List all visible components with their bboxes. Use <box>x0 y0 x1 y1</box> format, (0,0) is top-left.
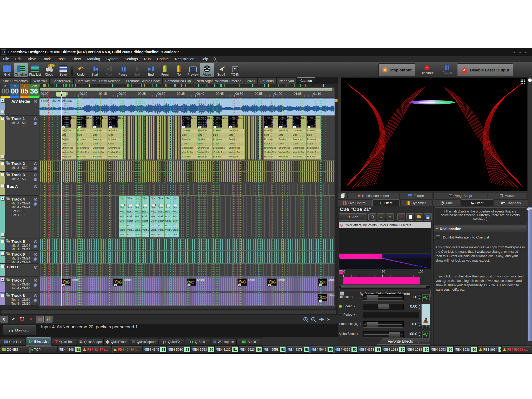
clip-stripe-zone[interactable] <box>40 196 117 237</box>
clip-plus-box[interactable]: + <box>109 126 112 128</box>
device-status-1[interactable]: FB4 42487 (... <box>82 346 111 353</box>
track-mute-icon[interactable]: ⊘ <box>34 172 37 178</box>
device-status-15[interactable]: FB4 155350 <box>430 346 453 353</box>
clip[interactable]: Sha...SizeRot...Posi...ColorB...Visib...… <box>141 196 149 237</box>
tcp-button[interactable]: ϟTCP <box>30 346 57 353</box>
shape-thumbnail[interactable]: + <box>267 278 277 286</box>
shape-clip-band[interactable]: +Shape <box>40 293 334 305</box>
tab-master[interactable]: Master <box>488 192 527 199</box>
slice-tool[interactable] <box>36 316 44 323</box>
slider-spinner[interactable]: ▲▼ <box>418 304 422 310</box>
device-status-7[interactable]: FB4 562350 <box>239 346 262 353</box>
toolbar-button-to[interactable]: To <box>172 63 186 77</box>
menu-item-tools[interactable]: Tools <box>54 56 69 62</box>
clip-plus-box[interactable]: + <box>268 284 271 287</box>
device-status-9[interactable]: FB4 437858 <box>287 346 310 353</box>
track-expander-checkbox[interactable] <box>1 184 5 188</box>
track-expander-checkbox[interactable]: ▶ <box>1 278 5 282</box>
shape-thumbnail[interactable]: + <box>318 278 327 286</box>
slider-track[interactable] <box>363 304 404 310</box>
shape-thumbnail[interactable]: + <box>237 278 247 286</box>
shape-clip-band[interactable]: +Shape+Shape+Shape+Shape+Shape+Shape <box>40 277 334 291</box>
timeline-horizontal-scrollbar[interactable] <box>0 309 338 315</box>
device-status-8[interactable]: FB4 555858 <box>263 346 286 353</box>
gradient-color-bar[interactable] <box>343 277 420 284</box>
tab-notification-center[interactable]: Notification center <box>348 192 399 199</box>
shape-thumbnail[interactable]: + <box>113 278 123 286</box>
clip-plus-box[interactable]: + <box>93 126 96 128</box>
device-status-16[interactable]: FB4 193850 <box>454 346 477 353</box>
spinner-down-icon[interactable]: ▼ <box>418 297 422 301</box>
clip[interactable]: Sha...SizeRot...Posi...ColorB...Visib...… <box>164 196 172 237</box>
toolbar-button-save[interactable]: Save <box>56 63 70 77</box>
track-lane-3[interactable] <box>39 161 335 171</box>
zoom-in-button[interactable]: + <box>303 317 308 321</box>
clip-stripe-zone[interactable] <box>244 116 262 159</box>
track-mute-icon[interactable]: ⊘ <box>34 99 37 104</box>
clip-stripe-zone[interactable] <box>40 172 334 182</box>
color-swatch[interactable] <box>339 270 343 274</box>
new-effect-button[interactable] <box>406 213 414 221</box>
track-mute-icon[interactable]: ⊘ <box>34 278 37 283</box>
search-effect-button[interactable] <box>368 213 376 221</box>
effect-list-empty[interactable] <box>339 228 431 254</box>
clip[interactable]: +Sh...RotationSizePositionColorBrightnes… <box>228 116 243 159</box>
tab-channels[interactable]: Channels <box>494 200 529 206</box>
output-button-disable-laser-output[interactable]: Disable Laser Output <box>457 63 513 76</box>
move-down-button[interactable]: ▼ <box>386 213 394 221</box>
clip-plus-box[interactable]: + <box>77 126 81 128</box>
tab-dynamics[interactable]: Dynamics <box>400 200 433 206</box>
menu-item-view[interactable]: View <box>25 56 39 62</box>
clip-stripe-zone[interactable] <box>124 116 180 159</box>
clip-plus-box[interactable]: + <box>114 284 117 287</box>
device-status-13[interactable]: FB4 193850 <box>382 346 405 353</box>
device-status-2[interactable]: FB4 42489 (... <box>112 346 142 353</box>
shape-thumbnail[interactable]: + <box>318 294 327 301</box>
bottom-tab-workspace[interactable]: Workspace <box>211 338 236 345</box>
device-status-6[interactable]: FB4 113251 <box>215 346 238 353</box>
track-header-a-v-media[interactable]: ▶▶A/V Media⊘ <box>0 98 39 115</box>
spinner-up-icon[interactable]: ▲ <box>418 321 422 324</box>
tab-time[interactable]: Time <box>433 200 460 206</box>
slider-thumb[interactable] <box>377 304 389 309</box>
clip[interactable]: +Sh...RotationSizePositionColorBrightnes… <box>263 116 278 159</box>
timeline-zoom-scrollbar[interactable] <box>39 88 335 91</box>
slider-thumb[interactable] <box>366 295 378 300</box>
clip[interactable]: +Sh...RotationSizePositionColorBrightnes… <box>212 116 228 159</box>
track-mute-icon[interactable]: ⊘ <box>34 252 37 257</box>
device-status-14[interactable]: FB4 193850 <box>406 346 429 353</box>
toolbar-button-play-list[interactable]: Play List <box>28 63 42 77</box>
bottom-tab-q-shift[interactable]: Q-Shift <box>185 338 210 345</box>
keyframe-curve-button[interactable] <box>422 331 430 338</box>
window-controls[interactable]: ● ● ● <box>513 50 528 54</box>
clip-plus-box[interactable]: + <box>293 126 296 128</box>
monitor-button[interactable]: Monitor... <box>3 325 36 335</box>
spinner-up-icon[interactable]: ▲ <box>418 331 422 334</box>
track-lower-checkbox[interactable] <box>1 110 5 114</box>
panel-zoom-scrollbar[interactable]: 100% <box>528 207 532 342</box>
track-header-track-7[interactable]: ▶Track 7⊘Top 1 - CM10Top 4 - CM10! <box>0 277 39 292</box>
metronome-button[interactable] <box>421 304 430 325</box>
track-header-track-2[interactable]: Track 2⊘Mid 3 - S30! <box>0 161 39 171</box>
clip-stripe-zone[interactable] <box>40 161 334 171</box>
select-cursor-tool[interactable] <box>1 316 8 323</box>
bottom-tab-quicktrace[interactable]: QuickTrace <box>104 338 130 345</box>
menu-item-system[interactable]: System <box>103 56 122 62</box>
spinner-down-icon[interactable]: ▼ <box>418 334 422 337</box>
color-gradient-editor[interactable] <box>339 254 431 269</box>
track-lane-9[interactable] <box>39 264 335 276</box>
slider-thumb[interactable] <box>366 322 378 327</box>
gradient-scrollbar[interactable] <box>339 285 430 289</box>
spinner-down-icon[interactable]: ▼ <box>418 307 422 310</box>
track-header-track-8[interactable]: Track 8⊘Top 1 - CM10Top 4 - CM10! <box>0 292 39 305</box>
track-lane-5[interactable] <box>39 183 335 195</box>
track-expander-checkbox[interactable] <box>1 161 5 165</box>
toolbar-button-undo[interactable]: ↶Undo <box>74 63 88 77</box>
slider-spinner[interactable]: ▲▼ <box>418 321 422 328</box>
device-status-4[interactable]: FB4 503058 <box>167 346 190 353</box>
show-tab-1[interactable]: With You <box>31 78 49 84</box>
menu-item-effect[interactable]: Effect <box>69 56 84 62</box>
menu-search-icon[interactable] <box>213 57 216 62</box>
clip-keyframe-block[interactable]: +Sh...RotationSizePositionColorBrightnes… <box>263 116 321 159</box>
clip-stripe-zone[interactable] <box>40 251 334 263</box>
